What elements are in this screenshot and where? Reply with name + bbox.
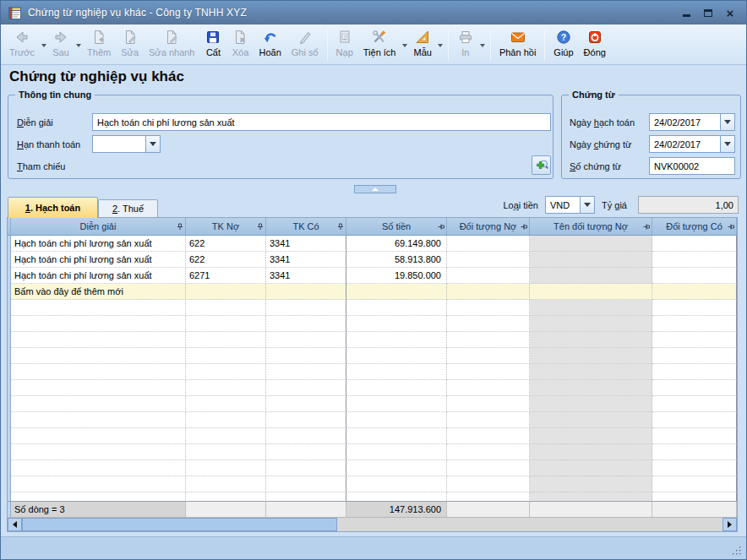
minimize-button[interactable] <box>680 7 692 19</box>
pin-icon[interactable] <box>177 223 183 231</box>
table-row[interactable]: Hạch toán chi phí lương sản xuất 622 334… <box>8 252 737 268</box>
toolbar-button-them[interactable]: Thêm <box>82 26 116 63</box>
toolbar-button-truoc[interactable]: Trước <box>4 26 40 63</box>
table-row[interactable] <box>8 364 737 380</box>
chevron-down-icon[interactable] <box>720 114 734 130</box>
toolbar-button-tien-ich[interactable]: Tiện ích <box>358 26 401 63</box>
chevron-down-icon[interactable] <box>720 136 734 152</box>
pin-icon[interactable] <box>337 223 344 231</box>
toolbar-button-sau[interactable]: Sau <box>47 26 74 63</box>
table-row[interactable] <box>8 396 737 412</box>
page-title: Chứng từ nghiệp vụ khác <box>9 68 184 85</box>
new-row-hint[interactable]: Bấm vào đây để thêm mới <box>8 284 737 300</box>
table-row[interactable] <box>8 348 737 364</box>
pin-icon[interactable] <box>643 223 650 231</box>
chevron-down-icon[interactable] <box>145 136 160 152</box>
status-bar <box>1 536 746 559</box>
table-row[interactable]: Hạch toán chi phí lương sản xuất 6271 33… <box>8 268 737 284</box>
table-row[interactable] <box>8 428 737 444</box>
toolbar-button-hoan[interactable]: Hoãn <box>254 26 286 63</box>
scroll-left-button[interactable] <box>8 518 22 531</box>
table-row[interactable] <box>8 380 737 396</box>
column-header-doi-tuong-co[interactable]: Đối tượng Có <box>652 218 737 236</box>
chevron-down-icon[interactable] <box>40 27 47 64</box>
han-thanh-toan-combo[interactable] <box>92 135 161 153</box>
toolbar-button-in[interactable]: In <box>452 26 479 63</box>
toolbar-button-sua[interactable]: Sửa <box>116 26 144 63</box>
grid-header: Diễn giải TK Nợ TK Có Số tiền Đối tượng … <box>8 218 737 236</box>
close-button[interactable]: × <box>724 7 736 19</box>
column-header-doi-tuong-no[interactable]: Đối tượng Nợ <box>447 218 530 236</box>
pin-icon[interactable] <box>257 223 264 231</box>
notepad-icon <box>8 6 22 20</box>
table-row[interactable] <box>8 316 737 332</box>
chevron-down-icon[interactable] <box>437 27 444 64</box>
table-row[interactable] <box>8 460 737 476</box>
column-header-ten-doi-tuong-no[interactable]: Tên đối tượng Nợ <box>530 218 652 236</box>
tab-hach-toan[interactable]: 1. Hạch toán <box>8 197 98 218</box>
maximize-button[interactable] <box>702 7 714 19</box>
horizontal-scrollbar[interactable] <box>8 517 737 531</box>
loai-tien-combo[interactable]: VND <box>545 196 595 214</box>
table-row[interactable] <box>8 492 737 501</box>
dien-giai-input[interactable] <box>92 113 551 131</box>
chevron-down-icon[interactable] <box>479 27 487 64</box>
toolbar-separator <box>448 29 449 61</box>
app-window: Chứng từ nghiệp vụ khác - Công ty TNHH X… <box>0 0 747 560</box>
voucher-legend: Chứng từ <box>569 90 619 100</box>
tools-icon <box>371 29 388 46</box>
chevron-down-icon[interactable] <box>74 27 82 64</box>
page-add-icon <box>90 29 107 46</box>
toolbar-button-phan-hoi[interactable]: Phản hồi <box>494 26 541 63</box>
toolbar-separator <box>327 29 328 61</box>
tab-thue[interactable]: 2. Thuế <box>98 199 158 217</box>
column-header-so-tien[interactable]: Số tiền <box>346 218 447 236</box>
table-row[interactable] <box>8 412 737 428</box>
table-row[interactable] <box>8 300 737 316</box>
column-header-tk-no[interactable]: TK Nợ <box>186 218 266 236</box>
scroll-right-button[interactable] <box>722 518 737 531</box>
pin-icon[interactable] <box>521 223 527 231</box>
help-icon: ? <box>555 29 572 46</box>
so-chung-tu-label: Số chứng từ <box>570 161 621 171</box>
toolbar-button-xoa[interactable]: Xóa <box>226 26 254 63</box>
toolbar-button-giup[interactable]: ? Giúp <box>548 26 578 63</box>
pin-icon[interactable] <box>438 223 444 231</box>
toolbar-separator <box>490 29 491 61</box>
add-search-icon <box>535 159 548 172</box>
chevron-down-icon[interactable] <box>401 27 409 64</box>
toolbar-button-dong[interactable]: Đóng <box>579 26 611 63</box>
table-row[interactable] <box>8 332 737 348</box>
scrollbar-thumb[interactable] <box>22 518 337 531</box>
table-row[interactable] <box>8 476 737 492</box>
so-chung-tu-input[interactable] <box>649 157 735 175</box>
chevron-down-icon[interactable] <box>580 197 594 213</box>
splitter-handle[interactable] <box>354 185 396 193</box>
printer-icon <box>457 29 474 46</box>
column-header-dien-giai[interactable]: Diễn giải <box>11 218 186 236</box>
page-edit-icon <box>122 29 139 46</box>
ngay-hach-toan-date-picker[interactable]: 24/02/2017 <box>649 113 735 131</box>
toolbar-button-nap[interactable]: 2 Nạp <box>331 26 358 63</box>
ngay-chung-tu-label: Ngày chứng từ <box>570 139 631 150</box>
table-row[interactable] <box>8 444 737 460</box>
ty-gia-label: Tỷ giá <box>602 200 635 210</box>
toolbar-button-sua-nhanh[interactable]: Sửa nhanh <box>144 26 199 63</box>
arrow-right-icon <box>728 521 732 528</box>
toolbar-button-ghi-so[interactable]: Ghi sổ <box>286 26 324 63</box>
tham-chieu-label: Tham chiếu <box>17 161 66 171</box>
toolbar-button-mau[interactable]: Mẫu <box>409 26 437 63</box>
page-delete-icon <box>232 29 248 46</box>
tham-chieu-add-button[interactable] <box>532 155 551 175</box>
resize-grip[interactable] <box>730 544 743 557</box>
general-info-group: Thông tin chung Diễn giải Hạn thanh toán… <box>8 95 553 179</box>
pin-icon[interactable] <box>728 223 734 231</box>
accounting-grid: Diễn giải TK Nợ TK Có Số tiền Đối tượng … <box>7 217 738 532</box>
ngay-chung-tu-date-picker[interactable]: 24/02/2017 <box>649 135 735 153</box>
table-row[interactable]: Hạch toán chi phí lương sản xuất 622 334… <box>8 236 737 252</box>
arrow-left-icon <box>13 521 17 528</box>
floppy-icon <box>204 29 221 46</box>
loai-tien-label: Loại tiền <box>483 200 538 210</box>
column-header-tk-co[interactable]: TK Có <box>266 218 346 236</box>
toolbar-button-cat[interactable]: Cất <box>199 26 226 63</box>
